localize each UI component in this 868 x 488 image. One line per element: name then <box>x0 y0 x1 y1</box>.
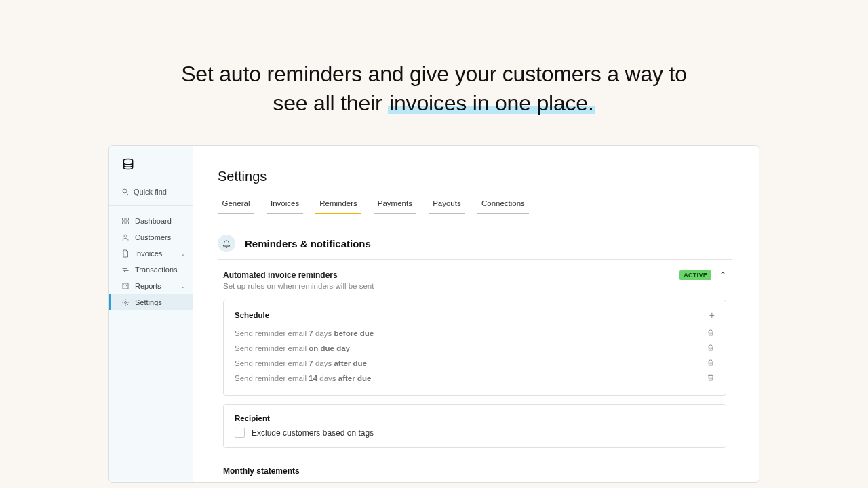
sidebar-item-transactions[interactable]: Transactions <box>109 262 193 278</box>
schedule-card: Schedule + Send reminder email 7 days be… <box>223 300 726 396</box>
page-title: Settings <box>218 169 732 184</box>
svg-point-6 <box>124 235 127 237</box>
customers-icon <box>121 233 130 241</box>
schedule-title: Schedule <box>235 311 269 319</box>
add-schedule-button[interactable]: + <box>709 310 715 321</box>
schedule-text: Send reminder email 7 days before due <box>235 329 374 338</box>
sidebar-item-reports[interactable]: Reports ⌄ <box>109 278 193 294</box>
sidebar-item-label: Settings <box>135 298 162 306</box>
sidebar-item-label: Dashboard <box>135 217 172 225</box>
automated-reminders-row: Automated invoice reminders Set up rules… <box>218 269 732 290</box>
sidebar-item-customers[interactable]: Customers <box>109 229 193 245</box>
svg-rect-2 <box>123 218 125 221</box>
recipient-card: Recipient Exclude customers based on tag… <box>223 404 726 448</box>
delete-schedule-button[interactable] <box>707 359 715 368</box>
svg-line-1 <box>127 193 129 195</box>
sidebar-item-label: Transactions <box>135 266 178 274</box>
sidebar: Quick find Dashboard Customers Invoices … <box>109 146 193 482</box>
tab-general[interactable]: General <box>218 197 254 214</box>
bell-icon <box>218 235 235 252</box>
sidebar-item-settings[interactable]: Settings <box>109 294 193 310</box>
app-window: Quick find Dashboard Customers Invoices … <box>108 145 760 483</box>
delete-schedule-button[interactable] <box>707 344 715 353</box>
svg-point-7 <box>125 302 127 304</box>
sidebar-item-dashboard[interactable]: Dashboard <box>109 213 193 229</box>
delete-schedule-button[interactable] <box>707 329 715 338</box>
tab-reminders[interactable]: Reminders <box>315 197 361 214</box>
dashboard-icon <box>121 217 130 225</box>
gear-icon <box>121 298 130 306</box>
delete-schedule-button[interactable] <box>707 373 715 383</box>
schedule-text: Send reminder email 14 days after due <box>235 374 371 382</box>
quick-find-label: Quick find <box>134 188 167 196</box>
exclude-tags-checkbox[interactable] <box>235 428 245 438</box>
sidebar-item-label: Invoices <box>135 249 162 258</box>
exclude-tags-label: Exclude customers based on tags <box>252 428 374 438</box>
tab-payouts[interactable]: Payouts <box>429 197 465 214</box>
monthly-statements-title: Monthly statements <box>218 466 732 476</box>
chevron-down-icon: ⌄ <box>180 250 186 257</box>
section-header: Reminders & notifications <box>218 235 732 260</box>
tab-payments[interactable]: Payments <box>374 197 416 214</box>
schedule-row: Send reminder email on due day <box>235 341 715 356</box>
sidebar-item-invoices[interactable]: Invoices ⌄ <box>109 245 193 262</box>
divider <box>223 458 726 458</box>
svg-rect-5 <box>126 222 129 224</box>
app-logo <box>121 157 193 171</box>
status-badge: ACTIVE <box>679 270 711 280</box>
sidebar-item-label: Customers <box>135 233 171 241</box>
hero-copy: Set auto reminders and give your custome… <box>0 0 868 145</box>
schedule-text: Send reminder email 7 days after due <box>235 359 367 367</box>
schedule-row: Send reminder email 7 days after due <box>235 356 715 371</box>
svg-rect-4 <box>123 222 125 224</box>
svg-point-0 <box>123 189 127 193</box>
sidebar-item-label: Reports <box>135 282 161 290</box>
chevron-down-icon: ⌄ <box>180 283 186 289</box>
tab-connections[interactable]: Connections <box>477 197 529 214</box>
main-panel: Settings General Invoices Reminders Paym… <box>193 146 759 482</box>
transactions-icon <box>121 266 130 274</box>
setting-title: Automated invoice reminders <box>223 270 374 280</box>
settings-tabs: General Invoices Reminders Payments Payo… <box>218 197 732 214</box>
schedule-row: Send reminder email 14 days after due <box>235 371 715 386</box>
setting-subtitle: Set up rules on when reminders will be s… <box>223 282 374 290</box>
hero-highlight: invoices in one place. <box>388 91 595 115</box>
collapse-toggle[interactable]: ⌃ <box>719 270 726 280</box>
recipient-title: Recipient <box>235 414 270 422</box>
section-title: Reminders & notifications <box>245 238 371 249</box>
schedule-text: Send reminder email on due day <box>235 344 350 352</box>
svg-rect-3 <box>126 218 129 221</box>
reports-icon <box>121 282 130 290</box>
schedule-row: Send reminder email 7 days before due <box>235 326 715 341</box>
hero-line-1: Set auto reminders and give your custome… <box>181 62 687 86</box>
search-icon <box>121 188 130 196</box>
quick-find[interactable]: Quick find <box>109 184 193 206</box>
tab-invoices[interactable]: Invoices <box>267 197 303 214</box>
invoices-icon <box>121 249 130 258</box>
hero-line-2-pre: see all their <box>273 91 388 115</box>
